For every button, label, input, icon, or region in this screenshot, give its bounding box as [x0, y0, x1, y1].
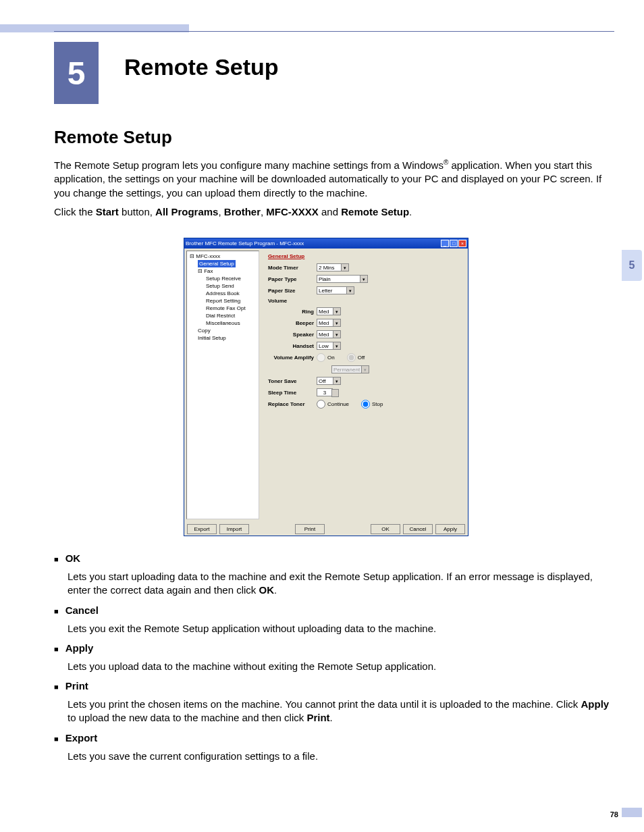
export-button[interactable]: Export	[187, 524, 217, 534]
window-minimize-button[interactable]: _	[441, 240, 449, 247]
window-close-button[interactable]: ×	[458, 240, 466, 247]
bullet-print: ■Print Lets you print the chosen items o…	[54, 680, 614, 725]
chapter-title: Remote Setup	[124, 54, 279, 80]
paper-type-label: Paper Type	[268, 276, 317, 282]
tree-miscellaneous[interactable]: Miscellaneous	[187, 319, 259, 327]
header-rule	[54, 31, 614, 32]
tree-setup-send[interactable]: Setup Send	[187, 282, 259, 290]
paper-type-combo[interactable]: Plain	[317, 275, 368, 283]
volume-label: Volume	[268, 298, 317, 304]
paragraph-2: Click the Start button, All Programs, Br…	[54, 205, 614, 219]
bullet-icon: ■	[54, 552, 59, 566]
volume-amplify-off-radio[interactable]: Off	[347, 353, 365, 362]
bullet-icon: ■	[54, 732, 59, 746]
ring-combo[interactable]: Med	[317, 307, 341, 315]
bullet-list: ■OK Lets you start uploading data to the…	[54, 552, 614, 770]
toner-save-combo[interactable]: Off	[317, 377, 341, 385]
speaker-combo[interactable]: Med	[317, 330, 341, 338]
paper-size-label: Paper Size	[268, 288, 317, 294]
tree-setup-receive[interactable]: Setup Receive	[187, 275, 259, 282]
settings-pane: General Setup Mode Timer2 Mins Paper Typ…	[261, 251, 466, 519]
pane-title: General Setup	[268, 253, 459, 259]
print-button[interactable]: Print	[295, 524, 325, 534]
volume-amplify-label: Volume Amplify	[268, 355, 317, 361]
side-tab: 5	[622, 250, 642, 281]
settings-tree[interactable]: ⊟ MFC-xxxx General Setup ⊟ Fax Setup Rec…	[186, 251, 259, 519]
page-number: 78	[610, 810, 618, 818]
replace-toner-continue-radio[interactable]: Continue	[317, 400, 349, 409]
bullet-apply: ■Apply Lets you upload data to the machi…	[54, 642, 614, 673]
mode-timer-label: Mode Timer	[268, 265, 317, 271]
replace-toner-stop-radio[interactable]: Stop	[361, 400, 383, 409]
window-maximize-button[interactable]: □	[450, 240, 458, 247]
bullet-cancel: ■Cancel Lets you exit the Remote Setup a…	[54, 604, 614, 635]
tree-general-setup[interactable]: General Setup	[187, 260, 259, 267]
section-title: Remote Setup	[54, 127, 172, 148]
tree-remote-fax-opt[interactable]: Remote Fax Opt	[187, 305, 259, 312]
sleep-time-spinner[interactable]: 3	[317, 388, 333, 396]
beeper-combo[interactable]: Med	[317, 319, 341, 327]
tree-dial-restrict[interactable]: Dial Restrict	[187, 312, 259, 319]
toner-save-label: Toner Save	[268, 378, 317, 384]
chapter-number-box: 5	[54, 42, 99, 104]
bullet-icon: ■	[54, 604, 59, 618]
handset-combo[interactable]: Low	[317, 342, 341, 350]
tree-fax[interactable]: ⊟ Fax	[187, 267, 259, 275]
tree-copy[interactable]: Copy	[187, 327, 259, 334]
page-number-accent	[622, 808, 642, 817]
tree-initial-setup[interactable]: Initial Setup	[187, 334, 259, 342]
apply-button[interactable]: Apply	[435, 524, 465, 534]
paragraph-1: The Remote Setup program lets you config…	[54, 158, 614, 200]
mode-timer-combo[interactable]: 2 Mins	[317, 263, 349, 271]
window-titlebar: Brother MFC Remote Setup Program - MFC-x…	[184, 238, 468, 249]
sleep-time-label: Sleep Time	[268, 390, 317, 396]
volume-amplify-disabled-combo: Permanent	[331, 365, 369, 373]
volume-amplify-on-radio[interactable]: On	[317, 353, 335, 362]
import-button[interactable]: Import	[219, 524, 249, 534]
tree-address-book[interactable]: Address Book	[187, 290, 259, 297]
speaker-label: Speaker	[268, 332, 317, 338]
replace-toner-label: Replace Toner	[268, 401, 317, 407]
bullet-icon: ■	[54, 642, 59, 656]
window-footer: Export Import Print OK Cancel Apply	[184, 521, 468, 537]
remote-setup-window: Brother MFC Remote Setup Program - MFC-x…	[184, 238, 468, 536]
window-title: Brother MFC Remote Setup Program - MFC-x…	[186, 240, 304, 246]
tree-root[interactable]: ⊟ MFC-xxxx	[187, 253, 259, 260]
ok-button[interactable]: OK	[371, 524, 400, 534]
bullet-icon: ■	[54, 680, 59, 694]
cancel-button[interactable]: Cancel	[403, 524, 433, 534]
bullet-ok: ■OK Lets you start uploading data to the…	[54, 552, 614, 598]
chapter-number: 5	[68, 55, 86, 92]
beeper-label: Beeper	[268, 320, 317, 326]
tree-report-setting[interactable]: Report Setting	[187, 297, 259, 305]
handset-label: Handset	[268, 343, 317, 349]
bullet-export: ■Export Lets you save the current config…	[54, 732, 614, 763]
ring-label: Ring	[268, 309, 317, 315]
paper-size-combo[interactable]: Letter	[317, 286, 354, 294]
